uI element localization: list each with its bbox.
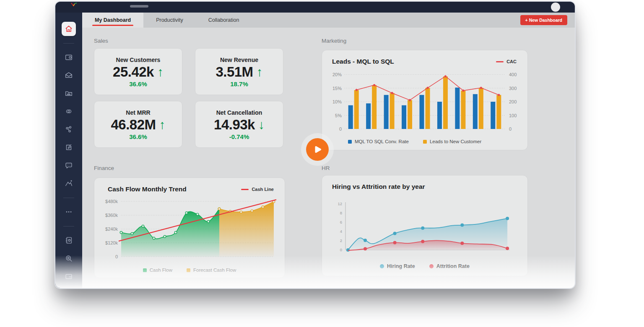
main-area: My DashboardProductivityCollaboration + … [82, 13, 575, 288]
svg-text:8: 8 [340, 211, 342, 215]
tab-bar: My DashboardProductivityCollaboration [82, 13, 575, 28]
finance-legend: Cash FlowForecast Cash Flow [94, 268, 285, 273]
marketing-legend: MQL TO SQL Conv. RateLeads to New Custom… [322, 139, 527, 144]
sidebar-item-home[interactable] [62, 22, 76, 36]
reports-icon [64, 89, 73, 98]
kpi-value: 25.42k [113, 64, 154, 80]
svg-text:$240k: $240k [105, 227, 118, 232]
kpi-value-row: 3.51M↑ [195, 64, 283, 80]
kpi-value: 14.93k [214, 117, 255, 133]
play-icon [312, 144, 323, 155]
sidebar [55, 13, 82, 288]
legend-cash-flow: Cash Flow [143, 268, 172, 273]
legend-cash-line: Cash Line [241, 187, 274, 192]
legend-label: Cash Line [252, 187, 274, 192]
kpi-title: Net Cancellation [195, 109, 283, 116]
svg-text:300: 300 [509, 86, 517, 91]
kpi-title: New Revenue [195, 57, 283, 63]
section-label-sales: Sales [94, 38, 108, 44]
sidebar-item-links[interactable] [62, 104, 76, 118]
sidebar-item-reports[interactable] [62, 86, 76, 100]
tab-label: Collaboration [208, 17, 239, 23]
legend-hiring-rate: Hiring Rate [380, 263, 415, 269]
sidebar-item-network[interactable] [62, 122, 76, 136]
legend-attrition-rate: Attrition Rate [429, 263, 470, 269]
tab-collaboration[interactable]: Collaboration [196, 13, 252, 28]
svg-text:0: 0 [340, 247, 342, 252]
sidebar-item-more[interactable] [62, 205, 76, 219]
kpi-change: -0.74% [195, 133, 283, 140]
svg-text:400: 400 [509, 72, 517, 77]
sidebar-item-sign[interactable] [62, 140, 76, 154]
legend-forecast-cash-flow: Forecast Cash Flow [187, 268, 236, 273]
sign-icon [64, 143, 73, 152]
play-circle [306, 138, 329, 161]
sidebar-item-crm[interactable] [62, 50, 76, 64]
legend-label: Leads to New Customer [430, 139, 481, 144]
desktop-background: My DashboardProductivityCollaboration + … [0, 0, 644, 327]
svg-text:12: 12 [338, 201, 342, 206]
dashboard-content: Sales New Customers25.42k↑36.6%New Reven… [82, 28, 575, 288]
kpi-card-net-mrr[interactable]: Net MRR46.82M↑36.6% [94, 101, 182, 148]
legend-label: Hiring Rate [387, 263, 415, 269]
marketing-chart-card[interactable]: Leads - MQL to SQL CAC 20%40015%30010%20… [322, 50, 528, 150]
notebook-icon [64, 236, 73, 245]
svg-text:10%: 10% [332, 99, 342, 104]
tab-label: Productivity [156, 17, 183, 23]
svg-text:5%: 5% [335, 113, 342, 118]
analytics-icon [64, 179, 73, 188]
sidebar-divider [63, 226, 74, 227]
kpi-value-row: 14.93k↓ [195, 117, 283, 133]
sidebar-item-mail[interactable] [62, 68, 76, 82]
legend-label: Attrition Rate [436, 263, 470, 269]
legend-label: Forecast Cash Flow [193, 268, 236, 273]
sidebar-item-chat[interactable] [62, 158, 76, 173]
chart-title: Leads - MQL to SQL [332, 58, 394, 65]
tab-my-dashboard[interactable]: My Dashboard [82, 13, 143, 28]
chart-title: Cash Flow Monthly Trend [108, 185, 187, 193]
legend-mql-to-sql-conv-rate: MQL TO SQL Conv. Rate [348, 139, 409, 144]
new-dashboard-button[interactable]: + New Dashboard [520, 15, 567, 25]
titlebar-handle [130, 5, 148, 8]
user-avatar[interactable] [551, 3, 560, 12]
svg-text:0: 0 [115, 254, 118, 259]
hr-chart-card[interactable]: Hiring vs Attrition rate by year 1286420… [322, 175, 528, 276]
arrow-up-icon: ↑ [257, 66, 263, 78]
crm-icon [64, 53, 73, 62]
video-play-button[interactable] [303, 135, 332, 164]
kpi-title: Net MRR [94, 109, 182, 116]
svg-text:4: 4 [340, 229, 342, 234]
links-icon [64, 107, 73, 116]
kpi-title: New Customers [94, 57, 182, 63]
cash-line-swatch [241, 189, 249, 190]
sidebar-item-notebook[interactable] [62, 233, 76, 247]
kpi-card-net-cancellation[interactable]: Net Cancellation14.93k↓-0.74% [195, 101, 283, 148]
finance-chart-card[interactable]: Cash Flow Monthly Trend Cash Line $480k$… [94, 178, 285, 278]
section-label-hr: HR [322, 165, 330, 171]
svg-text:0: 0 [509, 126, 512, 131]
svg-text:$480k: $480k [105, 199, 118, 204]
svg-text:200: 200 [509, 99, 517, 104]
section-label-marketing: Marketing [322, 38, 346, 44]
search-icon [64, 254, 73, 263]
svg-text:15%: 15% [332, 86, 342, 91]
svg-text:$120k: $120k [105, 240, 118, 245]
sidebar-item-search[interactable] [62, 251, 76, 265]
kpi-card-new-revenue[interactable]: New Revenue3.51M↑18.7% [195, 48, 283, 95]
kpi-change: 36.6% [94, 80, 182, 88]
sidebar-divider [63, 198, 74, 198]
app-window: My DashboardProductivityCollaboration + … [55, 1, 576, 289]
legend-leads-to-new-customer: Leads to New Customer [423, 139, 481, 144]
app-logo [70, 2, 79, 10]
kpi-value: 46.82M [111, 117, 156, 133]
tab-productivity[interactable]: Productivity [143, 13, 196, 28]
svg-text:$360k: $360k [105, 213, 118, 218]
network-icon [64, 125, 73, 134]
arrow-up-icon: ↑ [159, 118, 166, 131]
sidebar-item-analytics[interactable] [62, 176, 76, 191]
home-icon [64, 24, 73, 33]
kpi-value-row: 25.42k↑ [94, 64, 182, 80]
sidebar-item-wallet[interactable] [62, 269, 76, 283]
legend-label: CAC [506, 59, 517, 64]
kpi-card-new-customers[interactable]: New Customers25.42k↑36.6% [94, 48, 182, 95]
